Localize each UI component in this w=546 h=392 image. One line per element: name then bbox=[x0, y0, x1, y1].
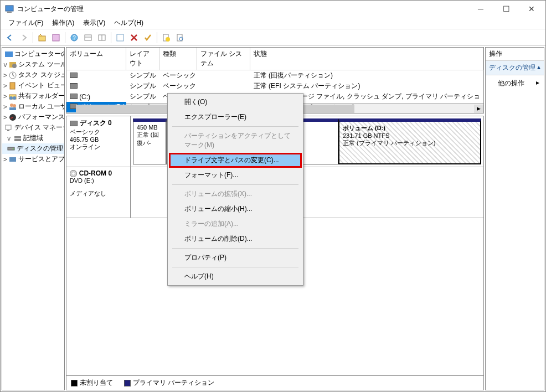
tree-systools[interactable]: vシステム ツール bbox=[2, 59, 64, 70]
maximize-button[interactable]: ☐ bbox=[493, 1, 519, 17]
up-button[interactable] bbox=[36, 32, 48, 44]
ctx-mark-active: パーティションをアクティブとしてマーク(M) bbox=[169, 128, 302, 153]
col-layout[interactable]: レイアウト bbox=[126, 48, 159, 70]
tree-event-viewer[interactable]: >イベント ビューアー bbox=[2, 80, 64, 91]
tree-disk-management[interactable]: ディスクの管理 bbox=[2, 143, 64, 154]
back-button[interactable] bbox=[4, 32, 16, 44]
window-title: コンピューターの管理 bbox=[17, 4, 468, 14]
cd-icon bbox=[70, 170, 77, 177]
ctx-extend: ボリュームの拡張(X)... bbox=[169, 187, 302, 202]
svg-rect-1 bbox=[7, 12, 12, 13]
volume-row[interactable]: シンプル ベーシック 正常 (EFI システム パーティション) bbox=[66, 81, 483, 91]
svg-rect-0 bbox=[6, 6, 13, 11]
svg-rect-29 bbox=[14, 136, 21, 138]
svg-rect-30 bbox=[14, 139, 21, 141]
cdrom-info[interactable]: CD-ROM 0 DVD (E:) メディアなし bbox=[66, 167, 131, 218]
svg-rect-27 bbox=[6, 125, 11, 130]
col-volume[interactable]: ボリューム bbox=[66, 48, 126, 70]
help-icon[interactable]: ? bbox=[68, 32, 80, 44]
svg-point-32 bbox=[13, 148, 14, 149]
disk-icon bbox=[70, 73, 78, 78]
volume-list-header[interactable]: ボリューム レイアウト 種類 ファイル システム 状態 bbox=[66, 47, 484, 70]
menu-view[interactable]: 表示(V) bbox=[79, 17, 110, 29]
context-menu: 開く(O) エクスプローラー(E) パーティションをアクティブとしてマーク(M)… bbox=[167, 93, 303, 286]
svg-rect-6 bbox=[85, 35, 91, 40]
svg-point-23 bbox=[10, 104, 13, 107]
legend-unallocated-swatch bbox=[71, 380, 78, 386]
ctx-format[interactable]: フォーマット(F)... bbox=[169, 168, 302, 183]
tree-performance[interactable]: >パフォーマンス bbox=[2, 112, 64, 122]
ctx-mirror: ミラーの追加(A)... bbox=[169, 216, 302, 231]
volume-row[interactable]: シンプル ベーシック 正常 (回復パーティション) bbox=[66, 70, 483, 81]
disk-info[interactable]: ディスク 0 ベーシック 465.75 GB オンライン bbox=[66, 116, 131, 167]
ctx-shrink[interactable]: ボリュームの縮小(H)... bbox=[169, 202, 302, 216]
forward-button[interactable] bbox=[18, 32, 30, 44]
legend-primary-swatch bbox=[124, 380, 131, 386]
ctx-properties[interactable]: プロパティ(P) bbox=[169, 250, 302, 265]
svg-rect-10 bbox=[117, 34, 123, 41]
partition[interactable]: 450 MB 正常 (回復パ- bbox=[133, 118, 166, 164]
ctx-change-drive-letter[interactable]: ドライブ文字とパスの変更(C)... bbox=[169, 153, 302, 168]
disk-icon bbox=[70, 94, 78, 99]
legend: 未割り当て プライマリ パーティション bbox=[66, 376, 484, 390]
tree-shared-folders[interactable]: >共有フォルダー bbox=[2, 91, 64, 101]
ctx-open[interactable]: 開く(O) bbox=[169, 95, 302, 110]
svg-point-12 bbox=[166, 37, 170, 42]
tree-root[interactable]: コンピューターの管理 (ローカル) bbox=[2, 49, 64, 59]
svg-point-22 bbox=[13, 96, 16, 100]
search-icon[interactable] bbox=[174, 32, 186, 44]
disk-icon bbox=[70, 121, 78, 126]
navigation-tree[interactable]: コンピューターの管理 (ローカル) vシステム ツール >タスク スケジューラ … bbox=[2, 47, 65, 390]
col-type[interactable]: 種類 bbox=[159, 48, 197, 70]
svg-rect-3 bbox=[53, 34, 59, 41]
menubar: ファイル(F) 操作(A) 表示(V) ヘルプ(H) bbox=[1, 17, 545, 29]
svg-rect-2 bbox=[39, 36, 45, 41]
tree-device-manager[interactable]: デバイス マネージャー bbox=[2, 122, 64, 133]
properties-icon[interactable] bbox=[50, 32, 62, 44]
tree-task-scheduler[interactable]: >タスク スケジューラ bbox=[2, 70, 64, 80]
actions-more[interactable]: 他の操作▸ bbox=[486, 75, 544, 91]
titlebar: コンピューターの管理 ─ ☐ ✕ bbox=[1, 1, 545, 17]
ctx-explorer[interactable]: エクスプローラー(E) bbox=[169, 110, 302, 125]
tree-services[interactable]: >サービスとアプリケーション bbox=[2, 154, 64, 164]
chevron-right-icon: ▸ bbox=[536, 79, 539, 88]
actions-pane: 操作 ディスクの管理▴ 他の操作▸ bbox=[485, 47, 544, 390]
svg-rect-19 bbox=[10, 82, 15, 89]
actions-header: 操作 bbox=[486, 48, 544, 61]
list-icon[interactable] bbox=[96, 32, 108, 44]
minimize-button[interactable]: ─ bbox=[468, 1, 493, 17]
svg-rect-33 bbox=[9, 157, 16, 162]
actions-section[interactable]: ディスクの管理▴ bbox=[486, 61, 544, 75]
col-status[interactable]: 状態 bbox=[250, 48, 483, 70]
view-icon[interactable] bbox=[82, 32, 94, 44]
new-icon[interactable] bbox=[160, 32, 172, 44]
partition-selected[interactable]: ボリューム (D:) 231.71 GB NTFS 正常 (プライマリ パーティ… bbox=[338, 118, 481, 164]
svg-text:?: ? bbox=[73, 35, 76, 41]
svg-point-21 bbox=[9, 96, 13, 100]
refresh-icon[interactable] bbox=[114, 32, 126, 44]
tree-storage[interactable]: v記憶域 bbox=[2, 133, 64, 143]
svg-point-17 bbox=[12, 64, 17, 68]
toolbar: ? bbox=[1, 29, 545, 46]
check-icon[interactable] bbox=[142, 32, 154, 44]
collapse-icon[interactable]: ▴ bbox=[537, 63, 540, 73]
delete-icon[interactable] bbox=[128, 32, 140, 44]
disk-icon bbox=[70, 83, 78, 89]
svg-rect-28 bbox=[7, 130, 9, 131]
menu-file[interactable]: ファイル(F) bbox=[4, 17, 48, 29]
app-icon bbox=[5, 4, 14, 13]
menu-action[interactable]: 操作(A) bbox=[48, 17, 79, 29]
svg-point-24 bbox=[13, 104, 16, 107]
tree-local-users[interactable]: >ローカル ユーザーとグループ bbox=[2, 101, 64, 112]
col-fs[interactable]: ファイル システム bbox=[197, 48, 250, 70]
menu-help[interactable]: ヘルプ(H) bbox=[110, 17, 148, 29]
svg-rect-25 bbox=[9, 107, 16, 110]
ctx-delete[interactable]: ボリュームの削除(D)... bbox=[169, 231, 302, 246]
svg-rect-15 bbox=[5, 51, 13, 57]
ctx-help[interactable]: ヘルプ(H) bbox=[169, 269, 302, 284]
close-button[interactable]: ✕ bbox=[519, 1, 544, 17]
